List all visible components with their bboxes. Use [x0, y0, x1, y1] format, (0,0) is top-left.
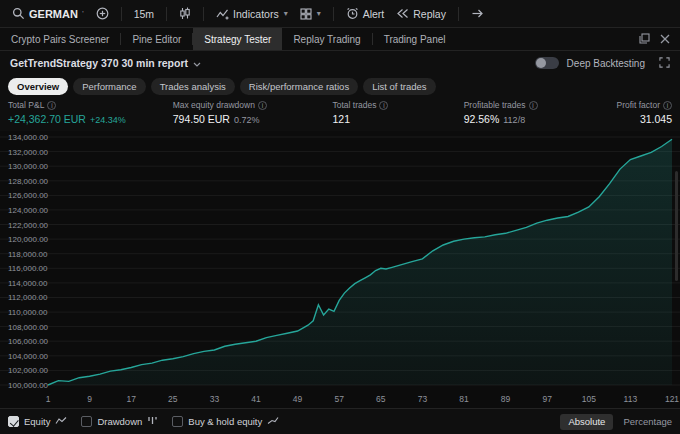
search-icon — [12, 7, 25, 20]
tab-trading-panel[interactable]: Trading Panel — [373, 28, 457, 50]
close-panel-icon[interactable] — [660, 30, 670, 48]
tab-trades-analysis[interactable]: Trades analysis — [151, 78, 235, 95]
chevron-down-icon: ▾ — [317, 9, 321, 18]
symbol-search-button[interactable]: GERMAN ’ — [8, 3, 88, 25]
x-axis-label: 57 — [334, 394, 343, 404]
x-axis-label: 89 — [501, 394, 510, 404]
report-header: GetTrendStrategy 370 30 min report Deep … — [0, 51, 680, 75]
info-icon[interactable] — [663, 101, 672, 110]
stat-label: Profitable trades — [464, 100, 526, 110]
drawdown-checkbox[interactable] — [81, 416, 92, 427]
y-axis-label: 128,000.00 — [8, 177, 48, 186]
indicators-icon — [216, 8, 229, 20]
layout-button[interactable]: ▾ — [296, 3, 325, 25]
absolute-button[interactable]: Absolute — [560, 414, 613, 430]
plus-circle-icon — [96, 7, 109, 20]
tab-overview[interactable]: Overview — [8, 78, 68, 95]
stat-value: 121 — [332, 113, 350, 125]
alert-button[interactable]: Alert — [342, 3, 389, 25]
percentage-button[interactable]: Percentage — [623, 416, 672, 427]
y-axis-label: 124,000.00 — [8, 206, 48, 215]
fullscreen-icon[interactable] — [659, 54, 670, 72]
tab-list-of-trades[interactable]: List of trades — [363, 78, 435, 95]
compare-add-symbol-button[interactable] — [92, 3, 113, 25]
stat-label: Profit factor — [617, 100, 660, 110]
x-axis: 191725334149576573818997105113121 — [0, 393, 680, 407]
tab-label: Strategy Tester — [204, 34, 271, 45]
restore-panel-icon[interactable] — [639, 30, 650, 48]
x-axis-label: 121 — [665, 394, 679, 404]
y-axis-label: 108,000.00 — [8, 323, 48, 332]
y-axis-label: 114,000.00 — [8, 279, 47, 288]
arrow-right-icon — [471, 8, 484, 19]
pill-label: List of trades — [372, 81, 426, 92]
y-axis-label: 132,000.00 — [8, 148, 48, 157]
info-icon[interactable] — [47, 101, 56, 110]
tab-crypto-pairs-screener[interactable]: Crypto Pairs Screener — [0, 28, 120, 50]
tab-replay-trading[interactable]: Replay Trading — [282, 28, 371, 50]
indicators-button[interactable]: Indicators ▾ — [212, 3, 292, 25]
drawdown-columns-icon — [147, 416, 158, 427]
y-axis-label: 120,000.00 — [8, 235, 48, 244]
y-axis-label: 134,000.00 — [8, 133, 48, 142]
stat-total-pnl: Total P&L +24,362.70 EUR+24.34% — [8, 97, 173, 125]
tab-label: Pine Editor — [132, 34, 181, 45]
x-axis-label: 1 — [46, 394, 51, 404]
replay-button[interactable]: Replay — [392, 3, 450, 25]
tab-label: Replay Trading — [293, 34, 360, 45]
info-icon[interactable] — [258, 101, 267, 110]
deep-backtesting-toggle[interactable] — [535, 57, 559, 69]
report-title: GetTrendStrategy 370 30 min report — [10, 57, 188, 69]
y-axis-label: 118,000.00 — [8, 250, 47, 259]
report-title-dropdown[interactable]: GetTrendStrategy 370 30 min report — [10, 57, 201, 69]
toolbar-separator — [203, 7, 204, 21]
alarm-clock-icon — [346, 7, 359, 20]
timeframe-label: 15m — [134, 8, 154, 20]
stat-subvalue: 112/8 — [503, 115, 525, 125]
alert-label: Alert — [363, 8, 385, 20]
timeframe-button[interactable]: 15m — [130, 3, 158, 25]
equity-checkbox[interactable] — [8, 416, 19, 427]
x-axis-label: 97 — [542, 394, 551, 404]
buy-hold-checkbox[interactable] — [172, 416, 183, 427]
x-axis-label: 9 — [87, 394, 92, 404]
tab-strategy-tester[interactable]: Strategy Tester — [193, 28, 282, 50]
toolbar-separator — [458, 7, 459, 21]
symbol-marker: ’ — [82, 9, 84, 18]
stat-subvalue: +24.34% — [90, 115, 126, 125]
y-axis-label: 126,000.00 — [8, 191, 48, 200]
buy-hold-checkbox-group[interactable]: Buy & hold equity — [172, 416, 279, 427]
equity-checkbox-group[interactable]: Equity — [8, 416, 67, 427]
replay-label: Replay — [413, 8, 446, 20]
tab-performance[interactable]: Performance — [73, 78, 145, 95]
drawdown-checkbox-group[interactable]: Drawdown — [81, 416, 158, 427]
info-icon[interactable] — [379, 101, 388, 110]
toolbar-separator — [333, 7, 334, 21]
x-axis-label: 105 — [582, 394, 596, 404]
redo-button[interactable] — [467, 3, 488, 25]
tab-pine-editor[interactable]: Pine Editor — [121, 28, 192, 50]
report-view-tabs: Overview Performance Trades analysis Ris… — [0, 75, 680, 97]
x-axis-label: 41 — [251, 394, 260, 404]
chart-type-button[interactable] — [175, 3, 195, 25]
y-axis-label: 100,000.00 — [8, 381, 48, 390]
equity-line-icon — [55, 416, 67, 427]
chevron-down-icon: ▾ — [284, 9, 288, 18]
equity-label: Equity — [24, 416, 50, 427]
tab-label: Trading Panel — [384, 34, 446, 45]
stat-max-equity-drawdown: Max equity drawdown 794.50 EUR0.72% — [173, 97, 333, 125]
panel-tabbar: Crypto Pairs Screener Pine Editor Strate… — [0, 28, 680, 51]
buy-hold-line-icon — [267, 416, 279, 427]
y-axis-label: 116,000.00 — [8, 264, 47, 273]
pill-label: Trades analysis — [160, 81, 226, 92]
stat-label: Total P&L — [8, 100, 44, 110]
equity-curve-chart[interactable]: 134,000.00132,000.00130,000.00128,000.00… — [0, 131, 680, 408]
toggle-knob — [536, 58, 546, 68]
tab-risk-performance-ratios[interactable]: Risk/performance ratios — [240, 78, 358, 95]
x-axis-label: 113 — [624, 394, 638, 404]
top-toolbar: GERMAN ’ 15m Indicators ▾ ▾ Alert — [0, 0, 680, 28]
stat-profitable-trades: Profitable trades 92.56%112/8 — [464, 97, 617, 125]
scrollbar[interactable] — [675, 171, 678, 281]
pill-label: Performance — [82, 81, 136, 92]
info-icon[interactable] — [529, 101, 538, 110]
